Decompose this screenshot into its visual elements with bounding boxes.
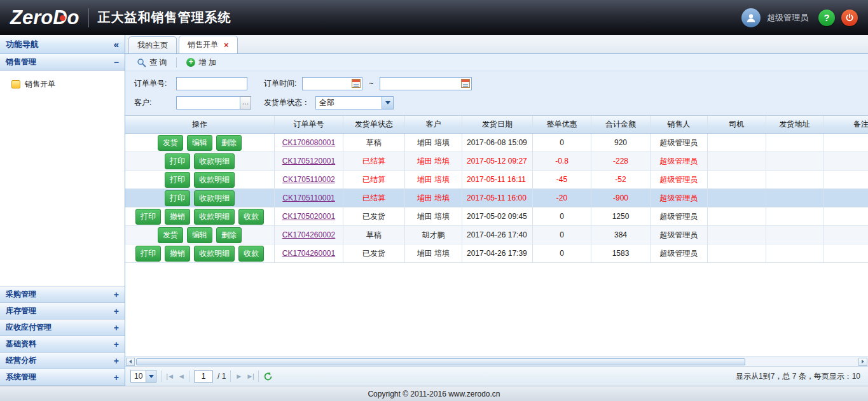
order-number-link[interactable]: CK1705110002	[282, 175, 335, 184]
row-action-button[interactable]: 编辑	[187, 135, 212, 151]
page-size-select[interactable]: 10	[130, 370, 156, 383]
column-header[interactable]: 整单优惠	[533, 116, 591, 133]
row-action-button[interactable]: 发货	[158, 135, 183, 151]
table-row[interactable]: 发货编辑删除CK1706080001草稿埔田 培填2017-06-08 15:0…	[125, 134, 868, 152]
sidebar-collapse-icon[interactable]: «	[114, 39, 119, 49]
copyright-text: Copyright © 2011-2016 www.zerodo.cn	[368, 390, 500, 398]
row-action-button[interactable]: 收款	[238, 209, 264, 225]
customer-input[interactable]	[176, 96, 240, 109]
row-action-button[interactable]: 编辑	[187, 227, 212, 243]
sidebar-section-sales[interactable]: 销售管理 −	[0, 54, 125, 71]
column-header[interactable]: 合计金额	[591, 116, 651, 133]
add-button[interactable]: + 增 加	[181, 55, 221, 70]
salesperson-cell: 超级管理员	[651, 171, 708, 188]
table-row[interactable]: 打印收款明细CK1705110001已结算埔田 培填2017-05-11 16:…	[125, 189, 868, 208]
sidebar-section[interactable]: 基础资料+	[0, 336, 125, 353]
scroll-left-button[interactable]	[126, 358, 135, 366]
scroll-right-button[interactable]	[858, 358, 867, 366]
row-action-button[interactable]: 撤销	[165, 246, 190, 262]
row-action-button[interactable]: 收款明细	[194, 172, 235, 188]
column-header[interactable]: 操作	[125, 116, 275, 133]
row-action-button[interactable]: 收款	[238, 246, 264, 262]
toolbar-separator	[176, 57, 177, 67]
calendar-icon[interactable]	[461, 79, 470, 88]
column-header[interactable]: 发货单状态	[343, 116, 405, 133]
row-action-button[interactable]: 删除	[216, 135, 242, 151]
customer-cell: 埔田 培填	[405, 152, 462, 170]
scrollbar-thumb[interactable]	[136, 358, 745, 365]
prev-page-button[interactable]: ◄	[178, 372, 184, 380]
row-action-button[interactable]: 打印	[165, 190, 190, 206]
page-input[interactable]	[194, 370, 213, 383]
row-action-button[interactable]: 撤销	[165, 209, 190, 225]
order-number-link[interactable]: CK1705120001	[282, 157, 335, 165]
sidebar-section[interactable]: 采购管理+	[0, 286, 125, 303]
table-row[interactable]: 打印撤销收款明细收款CK1705020001已发货埔田 培填2017-05-02…	[125, 208, 868, 226]
order-no-input[interactable]	[176, 77, 247, 90]
sidebar-section[interactable]: 经营分析+	[0, 353, 125, 369]
logout-button[interactable]	[841, 10, 858, 26]
status-cell: 已发货	[343, 244, 405, 262]
column-header[interactable]: 备注	[823, 116, 868, 133]
first-page-button[interactable]: |◄	[166, 372, 174, 380]
table-row[interactable]: 打印收款明细CK1705120001已结算埔田 培填2017-05-12 09:…	[125, 152, 868, 171]
row-action-button[interactable]: 收款明细	[194, 246, 235, 262]
next-page-button[interactable]: ►	[235, 372, 242, 380]
last-page-button[interactable]: ►|	[246, 372, 254, 380]
plus-icon[interactable]: +	[114, 290, 119, 299]
column-header[interactable]: 司机	[708, 116, 766, 133]
row-action-button[interactable]: 打印	[165, 172, 190, 188]
row-action-button[interactable]: 删除	[216, 227, 242, 243]
column-header[interactable]: 订单单号	[275, 116, 343, 133]
refresh-button[interactable]	[263, 372, 273, 381]
order-number-link[interactable]: CK1706080001	[282, 138, 335, 147]
order-time-to-input[interactable]	[380, 77, 472, 90]
column-header[interactable]: 客户	[405, 116, 462, 133]
sidebar-item-sales-billing[interactable]: 销售开单	[5, 77, 120, 92]
row-action-button[interactable]: 收款明细	[194, 190, 235, 206]
column-header[interactable]: 发货日期	[462, 116, 533, 133]
calendar-icon[interactable]	[352, 79, 361, 88]
order-number-link[interactable]: CK1705110001	[282, 193, 335, 202]
plus-icon[interactable]: +	[114, 323, 119, 332]
table-row[interactable]: 打印撤销收款明细收款CK1704260001已发货埔田 培填2017-04-26…	[125, 244, 868, 263]
close-icon[interactable]: ×	[224, 41, 229, 49]
row-action-button[interactable]: 收款明细	[194, 153, 235, 169]
page-size-value: 10	[131, 372, 146, 381]
order-no-label: 订单单号:	[134, 78, 176, 89]
sidebar-section[interactable]: 应收应付管理+	[0, 320, 125, 336]
sidebar-section[interactable]: 系统管理+	[0, 369, 125, 386]
order-number-link[interactable]: CK1704260002	[282, 230, 335, 239]
row-action-button[interactable]: 打印	[165, 153, 190, 169]
table-row[interactable]: 打印收款明细CK1705110002已结算埔田 培填2017-05-11 16:…	[125, 171, 868, 189]
plus-icon[interactable]: +	[114, 307, 119, 316]
plus-icon[interactable]: +	[114, 340, 119, 349]
tab[interactable]: 我的主页	[128, 36, 177, 53]
status-select[interactable]: 全部	[315, 96, 394, 109]
row-action-button[interactable]: 打印	[135, 209, 161, 225]
user-avatar-icon[interactable]	[741, 8, 761, 27]
table-row[interactable]: 发货编辑删除CK1704260002草稿胡才鹏2017-04-26 17:400…	[125, 226, 868, 244]
help-button[interactable]: ?	[818, 10, 835, 26]
sidebar-section[interactable]: 库存管理+	[0, 303, 125, 320]
row-action-button[interactable]: 收款明细	[194, 209, 235, 225]
row-action-button[interactable]: 打印	[135, 246, 161, 262]
customer-cell: 埔田 培填	[405, 171, 462, 188]
search-button[interactable]: 查 询	[132, 55, 172, 70]
order-number-link[interactable]: CK1704260001	[282, 249, 335, 258]
horizontal-scrollbar[interactable]	[125, 356, 868, 366]
salesperson-cell: 超级管理员	[651, 226, 708, 244]
column-header[interactable]: 销售人	[651, 116, 708, 133]
column-header[interactable]: 发货地址	[766, 116, 823, 133]
minus-icon[interactable]: −	[114, 58, 119, 67]
order-number-link[interactable]: CK1705020001	[282, 212, 335, 221]
driver-cell	[708, 244, 766, 262]
salesperson-cell: 超级管理员	[651, 134, 708, 151]
chevron-down-icon[interactable]	[382, 97, 393, 109]
row-action-button[interactable]: 发货	[158, 227, 183, 243]
plus-icon[interactable]: +	[114, 373, 119, 382]
date-cell: 2017-06-08 15:09	[462, 134, 533, 151]
customer-picker-button[interactable]: …	[240, 96, 251, 109]
plus-icon[interactable]: +	[114, 356, 119, 365]
tab-active[interactable]: 销售开单×	[179, 36, 238, 53]
